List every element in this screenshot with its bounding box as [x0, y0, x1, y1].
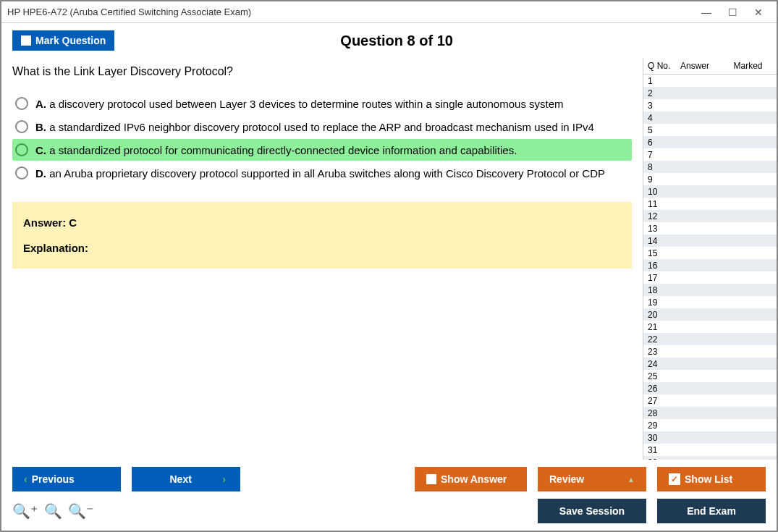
question-list-row[interactable]: 11: [643, 198, 777, 210]
minimize-button[interactable]: —: [700, 7, 713, 18]
qno-cell: 10: [643, 187, 676, 197]
question-list-row[interactable]: 20: [643, 308, 777, 321]
qno-cell: 22: [643, 334, 676, 345]
qno-cell: 29: [643, 421, 676, 431]
question-list-panel: Q No. Answer Marked 12345678910111213141…: [643, 58, 777, 460]
square-icon: [426, 474, 436, 484]
review-label: Review: [549, 473, 584, 485]
qno-cell: 32: [643, 457, 676, 460]
question-list-row[interactable]: 22: [643, 333, 777, 345]
show-list-button[interactable]: ✓ Show List: [657, 467, 766, 491]
review-button[interactable]: Review ▲: [538, 467, 646, 491]
radio-icon: [15, 97, 28, 110]
question-list-row[interactable]: 4: [643, 111, 777, 124]
qno-cell: 9: [643, 174, 676, 185]
option-text: C. a standardized protocol for communica…: [35, 144, 517, 156]
option-row-b[interactable]: B. a standardized IPv6 neighbor discover…: [12, 116, 632, 138]
chevron-left-icon: ‹: [24, 473, 28, 485]
footer: ‹ Previous Next › Show Answer Review ▲ ✓…: [1, 460, 777, 531]
explanation-label: Explanation:: [23, 242, 621, 254]
checkbox-icon: [21, 35, 31, 46]
qno-cell: 2: [643, 88, 676, 98]
question-list[interactable]: 1234567891011121314151617181920212223242…: [643, 75, 777, 460]
show-answer-button[interactable]: Show Answer: [415, 467, 527, 491]
qno-cell: 1: [643, 76, 676, 86]
question-list-row[interactable]: 23: [643, 345, 777, 358]
main-area: What is the Link Layer Discovery Protoco…: [1, 58, 777, 460]
question-list-row[interactable]: 10: [643, 185, 777, 198]
previous-button[interactable]: ‹ Previous: [12, 467, 121, 491]
question-list-row[interactable]: 27: [643, 394, 777, 407]
question-list-row[interactable]: 17: [643, 271, 777, 284]
header-row: Mark Question Question 8 of 10: [1, 23, 777, 58]
question-area: What is the Link Layer Discovery Protoco…: [1, 58, 643, 460]
window-controls: — ☐ ✕: [700, 7, 771, 18]
option-row-c[interactable]: C. a standardized protocol for communica…: [12, 139, 632, 161]
show-answer-label: Show Answer: [441, 473, 507, 485]
question-list-row[interactable]: 31: [643, 444, 777, 456]
qno-cell: 14: [643, 236, 676, 246]
question-list-row[interactable]: 32: [643, 456, 777, 460]
qno-cell: 26: [643, 384, 676, 394]
qno-cell: 18: [643, 285, 676, 295]
question-list-row[interactable]: 13: [643, 222, 777, 235]
option-row-d[interactable]: D. an Aruba proprietary discovery protoc…: [12, 162, 632, 184]
question-list-row[interactable]: 7: [643, 148, 777, 161]
question-list-row[interactable]: 2: [643, 87, 777, 99]
question-list-row[interactable]: 19: [643, 296, 777, 308]
qno-cell: 12: [643, 211, 676, 221]
end-exam-button[interactable]: End Exam: [657, 499, 766, 523]
col-answer-header: Answer: [676, 58, 719, 74]
next-button[interactable]: Next ›: [132, 467, 240, 491]
question-list-row[interactable]: 30: [643, 431, 777, 444]
close-button[interactable]: ✕: [752, 7, 765, 18]
qno-cell: 13: [643, 224, 676, 234]
maximize-button[interactable]: ☐: [726, 7, 739, 18]
question-list-row[interactable]: 1: [643, 75, 777, 87]
mark-question-button[interactable]: Mark Question: [12, 30, 114, 51]
question-list-row[interactable]: 6: [643, 136, 777, 148]
qno-cell: 8: [643, 162, 676, 172]
mark-question-label: Mark Question: [35, 35, 106, 46]
qno-cell: 5: [643, 125, 676, 135]
zoom-in-icon[interactable]: 🔍⁺: [12, 502, 38, 520]
question-list-row[interactable]: 5: [643, 124, 777, 136]
chevron-right-icon: ›: [222, 473, 226, 485]
qno-cell: 7: [643, 150, 676, 160]
qno-cell: 20: [643, 310, 676, 320]
qno-cell: 23: [643, 347, 676, 357]
question-list-row[interactable]: 28: [643, 407, 777, 419]
question-list-row[interactable]: 18: [643, 284, 777, 296]
question-list-row[interactable]: 24: [643, 358, 777, 370]
save-session-button[interactable]: Save Session: [538, 499, 646, 523]
col-qno-header: Q No.: [643, 58, 676, 74]
question-list-row[interactable]: 8: [643, 161, 777, 173]
qno-cell: 6: [643, 138, 676, 148]
qno-cell: 25: [643, 371, 676, 381]
option-row-a[interactable]: A. a discovery protocol used between Lay…: [12, 93, 632, 114]
radio-icon: [15, 120, 28, 133]
question-list-row[interactable]: 29: [643, 419, 777, 431]
question-list-row[interactable]: 12: [643, 210, 777, 222]
question-list-row[interactable]: 15: [643, 247, 777, 259]
previous-label: Previous: [32, 473, 75, 485]
zoom-controls: 🔍⁺ 🔍 🔍⁻: [12, 502, 94, 520]
exam-window: HP HPE6-A72 (Aruba Certified Switching A…: [0, 0, 778, 532]
qno-cell: 31: [643, 445, 676, 455]
question-list-row[interactable]: 21: [643, 321, 777, 333]
question-list-row[interactable]: 14: [643, 235, 777, 247]
zoom-out-icon[interactable]: 🔍⁻: [68, 502, 94, 520]
qno-cell: 30: [643, 433, 676, 443]
question-list-row[interactable]: 3: [643, 99, 777, 111]
col-marked-header: Marked: [719, 58, 777, 74]
qno-cell: 17: [643, 273, 676, 283]
next-label: Next: [143, 473, 218, 485]
qno-cell: 16: [643, 261, 676, 271]
qno-cell: 27: [643, 396, 676, 406]
question-list-row[interactable]: 16: [643, 259, 777, 271]
question-list-row[interactable]: 9: [643, 173, 777, 185]
zoom-reset-icon[interactable]: 🔍: [44, 502, 62, 520]
question-list-row[interactable]: 26: [643, 382, 777, 394]
question-list-row[interactable]: 25: [643, 370, 777, 382]
option-text: A. a discovery protocol used between Lay…: [35, 98, 564, 110]
